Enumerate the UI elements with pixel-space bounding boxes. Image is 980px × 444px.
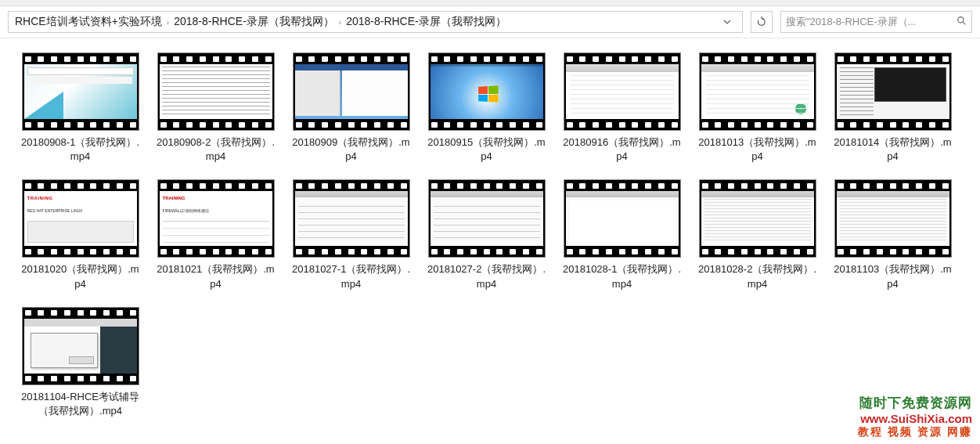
breadcrumb[interactable]: RHCE培训考试资料+实验环境 › 2018-8-RHCE-录屏（我帮找网） ›… bbox=[8, 11, 743, 33]
file-item[interactable]: 20181027-2（我帮找网）.mp4 bbox=[422, 179, 551, 291]
file-item[interactable]: 20180908-1（我帮找网）.mp4 bbox=[16, 52, 145, 164]
address-bar: RHCE培训考试资料+实验环境 › 2018-8-RHCE-录屏（我帮找网） ›… bbox=[0, 6, 980, 38]
file-item[interactable]: 20180915（我帮找网）.mp4 bbox=[422, 52, 551, 164]
breadcrumb-item-0[interactable]: RHCE培训考试资料+实验环境 bbox=[15, 15, 162, 29]
file-item[interactable]: 20181027-1（我帮找网）.mp4 bbox=[286, 179, 416, 291]
file-name-label: 20181103（我帮找网）.mp4 bbox=[828, 262, 957, 291]
video-thumbnail bbox=[834, 52, 952, 131]
refresh-button[interactable] bbox=[751, 11, 773, 33]
video-thumbnail bbox=[428, 179, 546, 258]
file-name-label: 20181027-2（我帮找网）.mp4 bbox=[422, 262, 551, 291]
file-item[interactable]: 20181028-1（我帮找网）.mp4 bbox=[557, 179, 686, 291]
video-thumbnail bbox=[834, 179, 952, 258]
video-thumbnail bbox=[157, 179, 275, 258]
file-name-label: 20180915（我帮找网）.mp4 bbox=[422, 135, 551, 164]
file-item[interactable]: 20181021（我帮找网）.mp4 bbox=[151, 179, 280, 291]
file-item[interactable]: 20181013（我帮找网）.mp4 bbox=[693, 52, 822, 164]
file-item[interactable]: 20180908-2（我帮找网）.mp4 bbox=[151, 52, 280, 164]
video-thumbnail bbox=[564, 179, 681, 258]
file-item[interactable]: 20181103（我帮找网）.mp4 bbox=[828, 179, 957, 291]
video-thumbnail bbox=[564, 52, 681, 131]
file-item[interactable]: 20181028-2（我帮找网）.mp4 bbox=[693, 179, 822, 291]
video-thumbnail bbox=[699, 52, 816, 131]
search-placeholder: 搜索"2018-8-RHCE-录屏（... bbox=[786, 15, 952, 29]
video-thumbnail bbox=[293, 52, 410, 131]
search-input[interactable]: 搜索"2018-8-RHCE-录屏（... bbox=[780, 11, 972, 33]
file-name-label: 20181028-2（我帮找网）.mp4 bbox=[693, 262, 822, 291]
file-name-label: 20181028-1（我帮找网）.mp4 bbox=[557, 262, 686, 291]
file-name-label: 20180908-1（我帮找网）.mp4 bbox=[16, 135, 145, 164]
file-name-label: 20181013（我帮找网）.mp4 bbox=[693, 135, 822, 164]
breadcrumb-item-2[interactable]: 2018-8-RHCE-录屏（我帮找网） bbox=[346, 15, 506, 29]
breadcrumb-item-1[interactable]: 2018-8-RHCE-录屏（我帮找网） bbox=[174, 15, 334, 29]
file-name-label: 20181020（我帮找网）.mp4 bbox=[16, 262, 145, 291]
breadcrumb-dropdown-icon[interactable] bbox=[719, 16, 736, 28]
file-grid: 20180908-1（我帮找网）.mp4 20180908-2（我帮找网）.mp… bbox=[0, 38, 980, 432]
chevron-right-icon: › bbox=[339, 18, 341, 27]
video-thumbnail bbox=[157, 52, 275, 131]
file-name-label: 20181014（我帮找网）.mp4 bbox=[828, 135, 957, 164]
search-icon[interactable] bbox=[952, 16, 967, 28]
file-name-label: 20180909（我帮找网）.mp4 bbox=[286, 135, 416, 164]
video-thumbnail bbox=[22, 179, 139, 258]
file-name-label: 20181027-1（我帮找网）.mp4 bbox=[286, 262, 416, 291]
video-thumbnail bbox=[428, 52, 546, 131]
file-item[interactable]: 20180909（我帮找网）.mp4 bbox=[286, 52, 416, 164]
file-item[interactable]: 20180916（我帮找网）.mp4 bbox=[557, 52, 686, 164]
file-name-label: 20181104-RHCE考试辅导（我帮找网）.mp4 bbox=[16, 390, 145, 418]
file-item[interactable]: 20181014（我帮找网）.mp4 bbox=[828, 52, 957, 164]
file-name-label: 20180916（我帮找网）.mp4 bbox=[557, 135, 686, 164]
video-thumbnail bbox=[22, 307, 139, 385]
file-name-label: 20181021（我帮找网）.mp4 bbox=[151, 262, 280, 291]
chevron-right-icon: › bbox=[167, 18, 169, 27]
file-name-label: 20180908-2（我帮找网）.mp4 bbox=[151, 135, 280, 164]
svg-line-1 bbox=[963, 22, 965, 24]
file-item[interactable]: 20181020（我帮找网）.mp4 bbox=[16, 179, 145, 291]
video-thumbnail bbox=[293, 179, 410, 258]
video-thumbnail bbox=[22, 52, 139, 131]
svg-point-0 bbox=[958, 17, 964, 23]
file-item[interactable]: 20181104-RHCE考试辅导（我帮找网）.mp4 bbox=[16, 307, 145, 418]
toolbar bbox=[0, 0, 980, 6]
video-thumbnail bbox=[699, 179, 816, 258]
